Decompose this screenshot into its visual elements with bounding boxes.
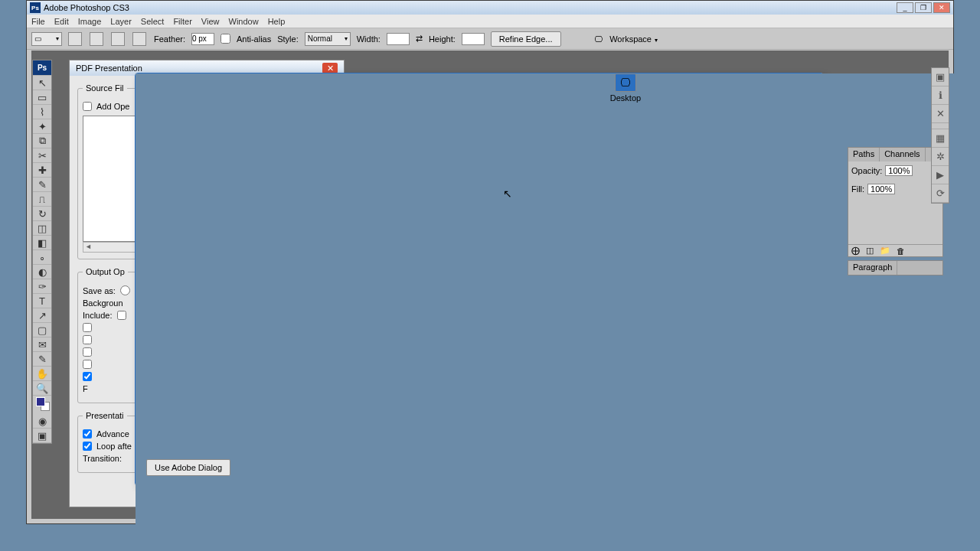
app-icon: Ps xyxy=(30,2,41,13)
height-input[interactable] xyxy=(462,33,485,45)
background-label: Backgroun xyxy=(83,298,123,308)
link-icon[interactable]: ⇄ xyxy=(416,34,423,44)
eyedropper-tool-icon[interactable]: ✎ xyxy=(33,352,51,367)
use-adobe-dialog-button[interactable]: Use Adobe Dialog xyxy=(146,459,230,476)
menu-image[interactable]: Image xyxy=(78,17,102,26)
path-tool-icon[interactable]: ↗ xyxy=(33,308,51,323)
tool-preset-select[interactable]: ▭ xyxy=(31,32,62,46)
shape-tool-icon[interactable]: ▢ xyxy=(33,323,51,337)
color-dock-icon[interactable]: ✕ xyxy=(932,105,949,123)
pdf-title: PDF Presentation xyxy=(76,64,142,73)
menu-file[interactable]: File xyxy=(31,17,45,26)
advance-checkbox[interactable] xyxy=(83,429,92,439)
inc-cb6[interactable] xyxy=(83,372,92,381)
inc-cb3[interactable] xyxy=(83,335,92,344)
navigator-dock-icon[interactable]: ▣ xyxy=(932,68,949,86)
move-tool-icon[interactable]: ↖ xyxy=(33,76,51,90)
actions-dock-icon[interactable]: ▶ xyxy=(932,166,949,184)
eraser-tool-icon[interactable]: ◫ xyxy=(33,221,51,236)
save-radio[interactable] xyxy=(120,285,130,295)
inc-cb4[interactable] xyxy=(83,347,92,357)
layers-panel[interactable]: Paths Channels Opacity: 100% Fill: 100% … xyxy=(848,147,943,257)
refine-edge-button[interactable]: Refine Edge... xyxy=(491,31,561,47)
feather-input[interactable] xyxy=(191,33,214,45)
menu-layer[interactable]: Layer xyxy=(110,17,132,26)
crop-tool-icon[interactable]: ⧉ xyxy=(33,134,51,148)
transition-label: Transition: xyxy=(83,454,122,463)
intersect-selection-icon[interactable] xyxy=(132,32,146,46)
layer-folder-icon[interactable]: 📁 xyxy=(880,246,890,256)
notes-tool-icon[interactable]: ✉ xyxy=(33,337,51,352)
new-selection-icon[interactable] xyxy=(68,32,82,46)
brush-tool-icon[interactable]: ✎ xyxy=(33,178,51,192)
options-bar: ▭ Feather: Anti-alias Style: Normal Widt… xyxy=(27,28,953,50)
add-selection-icon[interactable] xyxy=(90,32,103,46)
feather-label: Feather: xyxy=(154,34,185,44)
lasso-tool-icon[interactable]: ⌇ xyxy=(33,105,51,119)
loop-checkbox[interactable] xyxy=(83,442,92,451)
blur-tool-icon[interactable]: ∘ xyxy=(33,250,51,265)
layer-trash-icon[interactable]: 🗑 xyxy=(897,246,905,256)
opacity-input[interactable]: 100% xyxy=(885,165,913,176)
open-dialog: Open ✕ Look in: solid ◄ ▲ ✚ ▦ 🕒Recent Pl… xyxy=(135,73,824,486)
desktop-icon: 🖵 xyxy=(615,73,636,92)
zoom-tool-icon[interactable]: 🔍 xyxy=(33,381,51,396)
output-legend: Output Op xyxy=(83,267,128,276)
pen-tool-icon[interactable]: ✑ xyxy=(33,279,51,294)
ps-logo-tile: Ps xyxy=(33,60,51,76)
style-label: Style: xyxy=(277,34,299,44)
stamp-tool-icon[interactable]: ⎍ xyxy=(33,192,51,207)
history-tool-icon[interactable]: ↻ xyxy=(33,207,51,221)
menu-help[interactable]: Help xyxy=(268,17,286,26)
sub-selection-icon[interactable] xyxy=(111,32,125,46)
layer-mask-icon[interactable]: ◫ xyxy=(866,246,874,256)
type-tool-icon[interactable]: T xyxy=(33,294,51,308)
menu-select[interactable]: Select xyxy=(141,17,165,26)
style-select[interactable]: Normal xyxy=(305,32,351,46)
hand-tool-icon[interactable]: ✋ xyxy=(33,367,51,381)
heal-tool-icon[interactable]: ✚ xyxy=(33,163,51,178)
dodge-tool-icon[interactable]: ◐ xyxy=(33,265,51,279)
place-desktop[interactable]: 🖵Desktop xyxy=(136,73,980,551)
inc-cb2[interactable] xyxy=(83,323,92,332)
quickmask-icon[interactable]: ◉ xyxy=(33,414,51,429)
styles-dock-icon[interactable]: ✲ xyxy=(932,148,949,166)
workspace-icon: 🖵 xyxy=(594,34,603,44)
menu-edit[interactable]: Edit xyxy=(54,17,69,26)
antialias-checkbox[interactable] xyxy=(220,34,230,44)
info-dock-icon[interactable]: ℹ xyxy=(932,86,949,105)
channels-tab[interactable]: Channels xyxy=(880,148,925,161)
save-as-label: Save as: xyxy=(83,286,116,295)
paragraph-tab[interactable]: Paragraph xyxy=(848,261,897,275)
add-open-label: Add Ope xyxy=(96,102,129,111)
swatches-dock-icon[interactable]: ▦ xyxy=(932,129,949,148)
workspace-button[interactable]: Workspace xyxy=(609,34,658,44)
layer-fx-icon[interactable]: ⨁ xyxy=(851,246,860,256)
marquee-tool-icon[interactable]: ▭ xyxy=(33,90,51,105)
paragraph-panel[interactable]: Paragraph xyxy=(848,260,943,276)
pdf-close-button[interactable]: ✕ xyxy=(322,63,338,73)
fill-label: Fill: xyxy=(851,184,864,194)
menu-window[interactable]: Window xyxy=(229,17,259,26)
maximize-button[interactable]: ❐ xyxy=(915,2,932,13)
advance-label: Advance xyxy=(96,429,129,439)
menu-view[interactable]: View xyxy=(201,17,220,26)
menu-filter[interactable]: Filter xyxy=(173,17,191,26)
add-open-checkbox[interactable] xyxy=(83,102,92,111)
opacity-label: Opacity: xyxy=(851,166,882,175)
screenmode-icon[interactable]: ▣ xyxy=(33,429,51,443)
close-button[interactable]: ✕ xyxy=(933,2,950,13)
app-titlebar: Ps Adobe Photoshop CS3 _ ❐ ✕ xyxy=(27,1,953,15)
history-dock-icon[interactable]: ⟳ xyxy=(932,184,949,203)
width-input[interactable] xyxy=(387,33,410,45)
wand-tool-icon[interactable]: ✦ xyxy=(33,119,51,134)
paths-tab[interactable]: Paths xyxy=(848,148,880,161)
inc-cb5[interactable] xyxy=(83,360,92,369)
color-swatches[interactable] xyxy=(33,396,51,414)
gradient-tool-icon[interactable]: ◧ xyxy=(33,236,51,250)
minimize-button[interactable]: _ xyxy=(897,2,913,13)
antialias-label: Anti-alias xyxy=(237,34,271,44)
fill-input[interactable]: 100% xyxy=(867,184,895,194)
inc-cb1[interactable] xyxy=(117,311,126,320)
slice-tool-icon[interactable]: ✂ xyxy=(33,148,51,163)
